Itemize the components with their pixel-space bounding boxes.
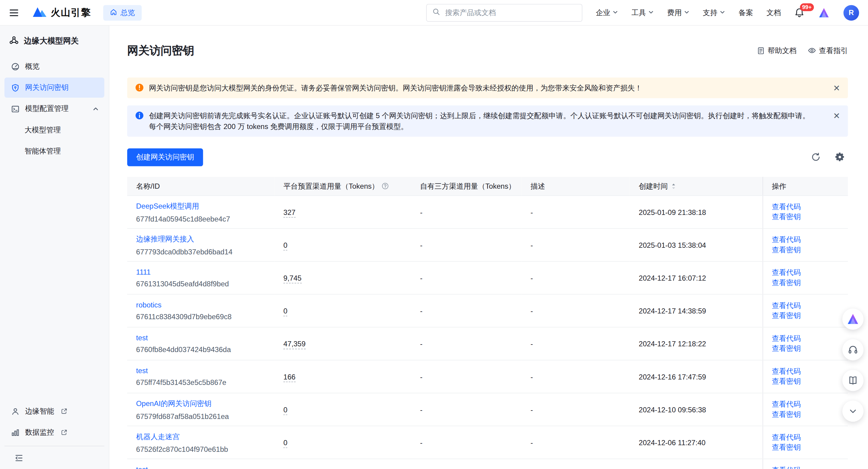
column-third-party-usage: 自有三方渠道用量（Tokens） [411,177,521,196]
collapse-stack-chevron-icon[interactable] [842,401,864,422]
key-id: 6760fb8e4dd037424b9436da [136,345,270,354]
sidebar-item-edge-intelligence[interactable]: 边缘智能 [4,401,104,421]
view-key-link[interactable]: 查看密钥 [772,443,801,451]
sort-icon[interactable] [671,182,677,190]
toolbar-right [811,153,844,162]
gear-icon[interactable] [835,153,844,162]
view-code-link[interactable]: 查看代码 [772,400,801,409]
platform-usage-value[interactable]: 0 [283,438,287,447]
view-key-link[interactable]: 查看密钥 [772,377,801,386]
table-row: robotics 67611c8384309d7b9ebe69c8 0 - - … [127,294,848,327]
bar-chart-icon [11,428,20,437]
keys-table-body: DeepSeek模型调用 677fd14a05945c1d8eebe4c7 32… [127,196,848,469]
platform-usage-value[interactable]: 0 [283,405,287,415]
hamburger-menu-icon[interactable] [9,7,20,18]
menu-enterprise[interactable]: 企业 [596,7,618,18]
platform-usage-value[interactable]: 327 [283,208,296,217]
gateway-product-icon [9,35,19,47]
view-key-link[interactable]: 查看密钥 [772,246,801,254]
column-platform-usage: 平台预置渠道用量（Tokens） [275,177,411,196]
created-time-value: 2024-12-17 14:38:59 [639,307,706,315]
sidebar-item-data-monitoring[interactable]: 数据监控 [4,422,104,442]
view-code-link[interactable]: 查看代码 [772,466,801,469]
platform-usage-value[interactable]: 0 [283,241,287,250]
menu-icp[interactable]: 备案 [739,7,753,18]
page-title: 网关访问密钥 [127,43,194,58]
view-key-link[interactable]: 查看密钥 [772,311,801,320]
product-title: 边缘大模型网关 [0,26,109,55]
chevron-down-icon [684,8,689,17]
view-code-link[interactable]: 查看代码 [772,202,801,211]
view-code-link[interactable]: 查看代码 [772,433,801,442]
create-access-key-button[interactable]: 创建网关访问密钥 [127,148,203,166]
shield-key-icon [11,84,20,92]
view-key-link[interactable]: 查看密钥 [772,279,801,287]
help-doc-link[interactable]: 帮助文档 [757,46,797,56]
notification-badge: 99+ [800,3,814,11]
notification-bell[interactable]: 99+ [795,7,804,18]
platform-usage-value[interactable]: 0 [283,307,287,316]
key-name-link[interactable]: 1111 [136,268,270,276]
platform-usage-value[interactable]: 9,745 [283,274,301,283]
platform-usage-value[interactable]: 47,359 [283,340,306,349]
menu-billing[interactable]: 费用 [667,7,689,18]
docs-book-fab[interactable] [842,370,864,391]
chevron-up-icon [93,106,98,112]
search-input[interactable] [444,8,576,17]
ai-assistant-fab[interactable] [842,309,864,330]
collapse-sidebar-icon[interactable] [14,453,24,462]
close-icon[interactable]: ✕ [833,83,840,93]
close-icon[interactable]: ✕ [833,110,840,121]
sidebar-bottom: 边缘智能 数据监控 [0,399,109,469]
sidebar-item-access-keys[interactable]: 网关访问密钥 [4,77,104,98]
platform-usage-value[interactable]: 166 [283,373,296,382]
key-name-link[interactable]: test [136,334,270,342]
home-icon [110,8,117,17]
third-party-usage-value: - [420,307,423,315]
terminal-icon [11,104,20,113]
info-banner: 创建网关访问密钥前请先完成账号实名认证。企业认证账号默认可创建 5 个网关访问密… [127,105,848,136]
help-circle-icon[interactable] [381,182,389,190]
view-code-link[interactable]: 查看代码 [772,334,801,343]
refresh-icon[interactable] [811,153,820,162]
view-code-link[interactable]: 查看代码 [772,367,801,376]
key-name-link[interactable]: 边缘推理网关接入 [136,234,270,244]
support-headset-fab[interactable] [842,339,864,360]
table-row: test 675ff74f5b31453e5c5b867e 166 - - 20… [127,360,848,393]
overview-nav-pill[interactable]: 总览 [103,5,142,21]
table-toolbar: 创建网关访问密钥 [127,148,848,166]
view-key-link[interactable]: 查看密钥 [772,213,801,221]
key-name-link[interactable]: test [136,465,270,469]
view-guide-link[interactable]: 查看指引 [808,46,848,56]
menu-support[interactable]: 支持 [703,7,725,18]
table-row: test 66e0242063c1bc7de6e3d2a7 145 - - 20… [127,459,848,469]
table-row: DeepSeek模型调用 677fd14a05945c1d8eebe4c7 32… [127,196,848,228]
view-code-link[interactable]: 查看代码 [772,236,801,244]
menu-tools[interactable]: 工具 [631,7,654,18]
sidebar-item-overview[interactable]: 概览 [4,56,104,76]
view-key-link[interactable]: 查看密钥 [772,345,801,353]
view-code-link[interactable]: 查看代码 [772,302,801,310]
column-name-id: 名称/ID [127,177,275,196]
brand-name: 火山引擎 [51,6,91,19]
key-name-link[interactable]: test [136,367,270,375]
view-key-link[interactable]: 查看密钥 [772,410,801,419]
ai-assistant-icon[interactable] [818,6,830,19]
sidebar-item-model-config[interactable]: 模型配置管理 [4,99,104,119]
user-avatar[interactable]: R [844,5,859,21]
sidebar-item-agent-management[interactable]: 智能体管理 [4,141,104,161]
key-name-link[interactable]: OpenAI的网关访问密钥 [136,399,270,409]
key-name-link[interactable]: DeepSeek模型调用 [136,201,270,211]
key-name-link[interactable]: robotics [136,301,270,309]
key-id: 67526f2c870c104f970e61bb [136,445,270,454]
menu-docs[interactable]: 文档 [767,7,781,18]
page-header: 网关访问密钥 帮助文档 查看指引 [127,36,848,66]
sidebar-menu: 概览 网关访问密钥 模型配置管理 大模型管理 智能 [0,55,109,399]
sidebar-item-llm-management[interactable]: 大模型管理 [4,120,104,140]
brand-logo[interactable]: 火山引擎 [32,5,91,20]
description-value: - [530,340,533,348]
global-search[interactable] [426,4,582,22]
third-party-usage-value: - [420,208,423,216]
key-name-link[interactable]: 机器人走迷宫 [136,432,270,442]
view-code-link[interactable]: 查看代码 [772,269,801,277]
